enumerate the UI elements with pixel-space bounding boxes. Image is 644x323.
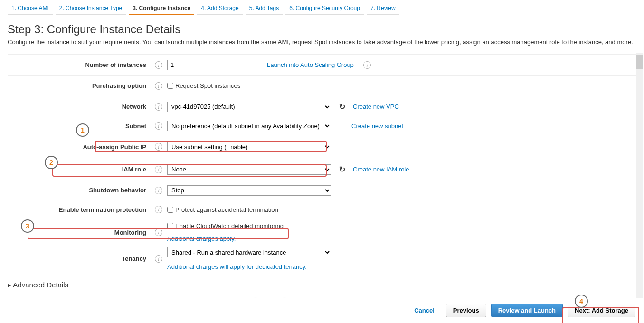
info-icon[interactable]: i	[155, 143, 162, 151]
annotation-circle-4: 4	[575, 294, 588, 308]
term-protect-checkbox[interactable]	[167, 207, 173, 213]
shutdown-select[interactable]: Stop	[167, 185, 331, 196]
info-icon[interactable]: i	[155, 228, 162, 236]
row-tenancy: Tenancy i Shared - Run a shared hardware…	[8, 246, 636, 274]
label-network: Network	[8, 103, 150, 110]
term-protect-text: Protect against accidental termination	[175, 206, 278, 213]
review-launch-button[interactable]: Review and Launch	[491, 304, 563, 317]
row-termination-protection: Enable termination protection i Protect …	[8, 200, 636, 221]
info-icon[interactable]: i	[155, 82, 162, 90]
row-auto-assign-ip: Auto-assign Public IP i Use subnet setti…	[8, 138, 636, 159]
tab-add-tags[interactable]: 5. Add Tags	[246, 2, 283, 15]
subnet-select[interactable]: No preference (default subnet in any Ava…	[167, 121, 331, 131]
wizard-tabs: 1. Choose AMI 2. Choose Instance Type 3.…	[0, 0, 644, 15]
monitoring-checkbox[interactable]	[167, 223, 173, 229]
previous-button[interactable]: Previous	[446, 304, 486, 317]
annotation-circle-3: 3	[21, 219, 34, 233]
label-auto-ip: Auto-assign Public IP	[8, 143, 150, 151]
step-title: Step 3: Configure Instance Details	[8, 23, 636, 36]
label-term-protect: Enable termination protection	[8, 206, 150, 213]
annotation-circle-1: 1	[76, 124, 89, 137]
spot-checkbox-text: Request Spot instances	[175, 82, 240, 89]
info-icon[interactable]: i	[155, 187, 162, 194]
info-icon[interactable]: i	[155, 103, 162, 111]
tenancy-select[interactable]: Shared - Run a shared hardware instance	[167, 247, 331, 257]
row-monitoring: Monitoring i Enable CloudWatch detailed …	[8, 221, 636, 246]
refresh-icon[interactable]: ↻	[339, 165, 345, 174]
label-shutdown: Shutdown behavior	[8, 187, 150, 194]
page-content: Step 3: Configure Instance Details Confi…	[0, 15, 644, 323]
monitoring-checkbox-label[interactable]: Enable CloudWatch detailed monitoring	[167, 222, 284, 229]
monitoring-note[interactable]: Additional charges apply.	[167, 235, 236, 242]
info-icon[interactable]: i	[155, 206, 162, 213]
tab-add-storage[interactable]: 4. Add Storage	[197, 2, 242, 15]
scrollbar[interactable]	[636, 53, 643, 310]
step-description: Configure the instance to suit your requ…	[8, 38, 636, 47]
row-subnet: Subnet i No preference (default subnet i…	[8, 117, 636, 138]
create-subnet-link[interactable]: Create new subnet	[351, 123, 403, 130]
launch-asg-link[interactable]: Launch into Auto Scaling Group	[267, 61, 354, 68]
info-icon[interactable]: i	[155, 61, 162, 69]
term-protect-checkbox-label[interactable]: Protect against accidental termination	[167, 206, 278, 213]
info-icon[interactable]: i	[155, 255, 162, 263]
num-instances-input[interactable]	[167, 60, 262, 70]
spot-checkbox[interactable]	[167, 83, 173, 89]
info-icon[interactable]: i	[155, 166, 162, 173]
iam-select[interactable]: None	[167, 164, 331, 175]
spot-checkbox-label[interactable]: Request Spot instances	[167, 82, 240, 89]
label-num-instances: Number of instances	[8, 61, 150, 68]
create-iam-link[interactable]: Create new IAM role	[353, 166, 409, 173]
row-shutdown-behavior: Shutdown behavior i Stop	[8, 180, 636, 200]
network-select[interactable]: vpc-41d97025 (default)	[167, 102, 331, 112]
info-icon[interactable]: i	[363, 61, 371, 69]
refresh-icon[interactable]: ↻	[339, 102, 345, 111]
monitoring-text: Enable CloudWatch detailed monitoring	[175, 222, 284, 229]
info-icon[interactable]: i	[155, 122, 162, 130]
label-iam: IAM role	[8, 166, 150, 173]
tab-review[interactable]: 7. Review	[367, 2, 399, 15]
advanced-details-toggle[interactable]: Advanced Details	[8, 281, 636, 289]
tab-choose-ami[interactable]: 1. Choose AMI	[8, 2, 53, 15]
cancel-button[interactable]: Cancel	[407, 304, 441, 317]
row-number-of-instances: Number of instances i Launch into Auto S…	[8, 54, 636, 75]
auto-ip-select[interactable]: Use subnet setting (Enable)	[167, 142, 331, 152]
tab-configure-security-group[interactable]: 6. Configure Security Group	[285, 2, 364, 15]
tenancy-note[interactable]: Additional charges will apply for dedica…	[167, 263, 307, 270]
wizard-footer: Cancel Previous Review and Launch Next: …	[0, 298, 644, 323]
annotation-circle-2: 2	[45, 156, 58, 169]
label-tenancy: Tenancy	[8, 255, 150, 262]
row-network: Network i vpc-41d97025 (default) ↻ Creat…	[8, 96, 636, 117]
tab-choose-instance-type[interactable]: 2. Choose Instance Type	[56, 2, 126, 15]
row-iam-role: IAM role i None ↻ Create new IAM role	[8, 159, 636, 180]
tab-configure-instance[interactable]: 3. Configure Instance	[129, 2, 194, 15]
row-purchasing-option: Purchasing option i Request Spot instanc…	[8, 75, 636, 96]
label-purchasing: Purchasing option	[8, 82, 150, 89]
create-vpc-link[interactable]: Create new VPC	[353, 103, 399, 110]
